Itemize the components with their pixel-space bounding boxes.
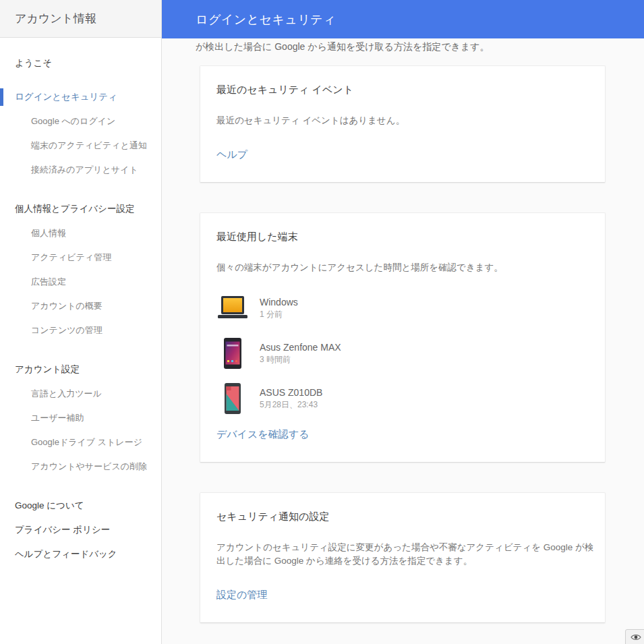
page-title: ログインとセキュリティ <box>196 11 336 28</box>
sidebar-item-help-feedback[interactable]: ヘルプとフィードバック <box>0 542 161 566</box>
sidebar-item-language-input[interactable]: 言語と入力ツール <box>0 382 161 406</box>
device-row-zenfone-max[interactable]: Asus Zenfone MAX 3 時間前 <box>216 338 589 369</box>
card-body: アカウントのセキュリティ設定に変更があった場合や不審なアクティビティを Goog… <box>216 541 597 568</box>
card-title: セキュリティ通知の設定 <box>216 510 589 523</box>
device-time: 1 分前 <box>260 310 298 320</box>
eye-icon <box>631 632 641 644</box>
sidebar-item-google-signin[interactable]: Google へのログイン <box>0 109 161 134</box>
card-title: 最近使用した端末 <box>216 230 589 243</box>
intro-overflow-text: が検出した場合に Google から通知を受け取る方法を指定できます。 <box>196 40 620 53</box>
smartphone-icon <box>216 338 249 369</box>
device-row-windows[interactable]: Windows 1 分前 <box>216 293 589 324</box>
manage-settings-link[interactable]: 設定の管理 <box>216 589 267 602</box>
device-name: Windows <box>260 297 298 308</box>
help-link[interactable]: ヘルプ <box>216 148 247 161</box>
sidebar-item-device-activity[interactable]: 端末のアクティビティと通知 <box>0 134 161 158</box>
device-time: 3 時間前 <box>260 355 341 365</box>
verify-devices-link[interactable]: デバイスを確認する <box>216 428 309 441</box>
card-body: 最近のセキュリティ イベントはありません。 <box>216 114 589 127</box>
sidebar-item-account-overview[interactable]: アカウントの概要 <box>0 294 161 318</box>
sidebar-item-content-management[interactable]: コンテンツの管理 <box>0 318 161 343</box>
device-info: ASUS Z010DB 5月28日、23:43 <box>260 387 322 410</box>
sidebar-item-connected-apps[interactable]: 接続済みのアプリとサイト <box>0 158 161 182</box>
sidebar-item-account-preferences[interactable]: アカウント設定 <box>0 357 161 382</box>
main-content: が検出した場合に Google から通知を受け取る方法を指定できます。 最近のセ… <box>162 38 644 644</box>
sidebar-title: アカウント情報 <box>0 0 161 38</box>
sidebar-nav: ようこそ ログインとセキュリティ Google へのログイン 端末のアクティビテ… <box>0 51 161 566</box>
sidebar-item-delete-account[interactable]: アカウントやサービスの削除 <box>0 455 161 479</box>
sidebar-item-activity-controls[interactable]: アクティビティ管理 <box>0 245 161 270</box>
visibility-button[interactable] <box>625 629 644 644</box>
page-header: ログインとセキュリティ <box>162 0 644 38</box>
smartphone-icon <box>216 383 249 414</box>
device-info: Windows 1 分前 <box>260 297 298 320</box>
sidebar-item-login-security[interactable]: ログインとセキュリティ <box>0 85 161 109</box>
device-name: Asus Zenfone MAX <box>260 342 341 353</box>
device-row-z010db[interactable]: ASUS Z010DB 5月28日、23:43 <box>216 383 589 414</box>
card-title: 最近のセキュリティ イベント <box>216 83 589 96</box>
laptop-icon <box>216 293 249 324</box>
device-name: ASUS Z010DB <box>260 387 322 399</box>
card-security-notifications: セキュリティ通知の設定 アカウントのセキュリティ設定に変更があった場合や不審なア… <box>200 492 606 623</box>
card-security-events: 最近のセキュリティ イベント 最近のセキュリティ イベントはありません。 ヘルプ <box>200 65 606 183</box>
device-time: 5月28日、23:43 <box>260 400 322 410</box>
sidebar-item-personal-info[interactable]: 個人情報 <box>0 221 161 245</box>
sidebar-item-about-google[interactable]: Google について <box>0 494 161 518</box>
device-info: Asus Zenfone MAX 3 時間前 <box>260 342 341 365</box>
card-body: 個々の端末がアカウントにアクセスした時間と場所を確認できます。 <box>216 261 589 274</box>
sidebar-item-drive-storage[interactable]: Googleドライブ ストレージ <box>0 430 161 455</box>
card-recent-devices: 最近使用した端末 個々の端末がアカウントにアクセスした時間と場所を確認できます。… <box>200 212 606 463</box>
sidebar-item-ads-settings[interactable]: 広告設定 <box>0 270 161 294</box>
sidebar-item-privacy-policy[interactable]: プライバシー ポリシー <box>0 518 161 542</box>
sidebar-item-accessibility[interactable]: ユーザー補助 <box>0 406 161 430</box>
sidebar-item-welcome[interactable]: ようこそ <box>0 51 161 76</box>
sidebar-item-personal-privacy[interactable]: 個人情報とプライバシー設定 <box>0 197 161 221</box>
sidebar: アカウント情報 ようこそ ログインとセキュリティ Google へのログイン 端… <box>0 0 162 644</box>
